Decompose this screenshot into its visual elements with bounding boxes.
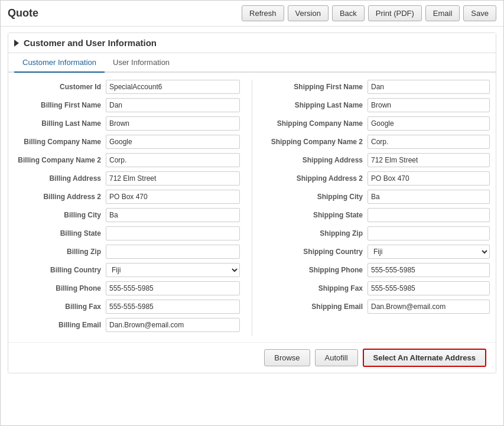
tabs-bar: Customer Information User Information [8, 53, 496, 73]
shipping-phone-label: Shipping Phone [264, 266, 368, 274]
shipping-state-input[interactable] [368, 208, 490, 222]
billing-company-name2-row: Billing Company Name 2 [14, 153, 240, 167]
shipping-company-name-input[interactable] [368, 116, 490, 131]
customer-id-label: Customer Id [14, 83, 106, 91]
section-header: Customer and User Information [8, 33, 496, 53]
column-divider [252, 80, 252, 336]
billing-address-input[interactable] [106, 171, 240, 186]
shipping-state-row: Shipping State [264, 208, 490, 222]
email-button[interactable]: Email [425, 5, 460, 21]
billing-state-input[interactable] [106, 226, 240, 240]
form-area: Customer Id Billing First Name Billing L… [8, 73, 496, 342]
shipping-email-row: Shipping Email [264, 300, 490, 314]
billing-last-name-row: Billing Last Name [14, 116, 240, 131]
billing-last-name-input[interactable] [106, 116, 240, 131]
tab-customer-information[interactable]: Customer Information [14, 53, 105, 73]
header-buttons: Refresh Version Back Print (PDF) Email S… [242, 5, 496, 21]
shipping-company-name2-label: Shipping Company Name 2 [264, 138, 368, 146]
back-button[interactable]: Back [332, 5, 365, 21]
shipping-country-label: Shipping Country [264, 248, 368, 256]
shipping-email-input[interactable] [368, 300, 490, 314]
refresh-button[interactable]: Refresh [242, 5, 284, 21]
shipping-last-name-row: Shipping Last Name [264, 98, 490, 112]
shipping-company-name2-row: Shipping Company Name 2 [264, 135, 490, 149]
billing-city-label: Billing City [14, 211, 106, 219]
shipping-first-name-row: Shipping First Name [264, 80, 490, 94]
billing-phone-input[interactable] [106, 281, 240, 295]
billing-country-select[interactable]: Fiji [106, 263, 240, 277]
billing-first-name-label: Billing First Name [14, 101, 106, 109]
shipping-email-label: Shipping Email [264, 303, 368, 311]
billing-company-name-row: Billing Company Name [14, 135, 240, 149]
customer-id-row: Customer Id [14, 80, 240, 94]
shipping-phone-input[interactable] [368, 263, 490, 277]
billing-email-row: Billing Email [14, 318, 240, 332]
billing-fax-label: Billing Fax [14, 303, 106, 311]
billing-email-input[interactable] [106, 318, 240, 332]
billing-first-name-input[interactable] [106, 98, 240, 112]
billing-address-label: Billing Address [14, 174, 106, 183]
tab-user-information[interactable]: User Information [105, 53, 178, 73]
shipping-last-name-input[interactable] [368, 98, 490, 112]
shipping-address-input[interactable] [368, 153, 490, 167]
shipping-address2-label: Shipping Address 2 [264, 174, 368, 183]
billing-address-row: Billing Address [14, 171, 240, 186]
shipping-fax-label: Shipping Fax [264, 284, 368, 292]
billing-company-name-input[interactable] [106, 135, 240, 149]
shipping-first-name-input[interactable] [368, 80, 490, 94]
shipping-state-label: Shipping State [264, 211, 368, 219]
shipping-zip-label: Shipping Zip [264, 229, 368, 238]
customer-id-input[interactable] [106, 80, 240, 94]
billing-email-label: Billing Email [14, 321, 106, 329]
print-pdf-button[interactable]: Print (PDF) [368, 5, 422, 21]
page-title: Quote [8, 7, 38, 19]
billing-state-label: Billing State [14, 229, 106, 238]
bottom-bar: Browse Autofill Select An Alternate Addr… [8, 342, 496, 373]
shipping-company-name2-input[interactable] [368, 135, 490, 149]
billing-first-name-row: Billing First Name [14, 98, 240, 112]
billing-company-name2-input[interactable] [106, 153, 240, 167]
shipping-first-name-label: Shipping First Name [264, 83, 368, 91]
billing-company-name-label: Billing Company Name [14, 138, 106, 146]
shipping-city-row: Shipping City [264, 190, 490, 204]
shipping-company-name-row: Shipping Company Name [264, 116, 490, 131]
billing-address2-row: Billing Address 2 [14, 190, 240, 204]
billing-state-row: Billing State [14, 226, 240, 240]
shipping-city-input[interactable] [368, 190, 490, 204]
billing-country-label: Billing Country [14, 266, 106, 274]
billing-country-row: Billing Country Fiji [14, 263, 240, 277]
shipping-address2-row: Shipping Address 2 [264, 171, 490, 186]
shipping-city-label: Shipping City [264, 193, 368, 201]
shipping-country-select[interactable]: Fiji [368, 245, 490, 259]
customer-user-section: Customer and User Information Customer I… [8, 32, 496, 373]
billing-last-name-label: Billing Last Name [14, 119, 106, 128]
version-button[interactable]: Version [288, 5, 329, 21]
shipping-address-label: Shipping Address [264, 156, 368, 164]
shipping-address-row: Shipping Address [264, 153, 490, 167]
billing-zip-input[interactable] [106, 245, 240, 259]
shipping-address2-input[interactable] [368, 171, 490, 186]
autofill-button[interactable]: Autofill [315, 349, 358, 366]
billing-column: Customer Id Billing First Name Billing L… [14, 80, 240, 336]
save-button[interactable]: Save [463, 5, 496, 21]
billing-address2-input[interactable] [106, 190, 240, 204]
billing-phone-row: Billing Phone [14, 281, 240, 295]
collapse-icon[interactable] [14, 40, 19, 47]
billing-company-name2-label: Billing Company Name 2 [14, 156, 106, 164]
billing-city-row: Billing City [14, 208, 240, 222]
billing-fax-row: Billing Fax [14, 300, 240, 314]
shipping-fax-input[interactable] [368, 281, 490, 295]
browse-button[interactable]: Browse [264, 349, 310, 366]
billing-zip-row: Billing Zip [14, 245, 240, 259]
billing-phone-label: Billing Phone [14, 284, 106, 292]
section-title: Customer and User Information [24, 38, 157, 48]
shipping-company-name-label: Shipping Company Name [264, 119, 368, 128]
shipping-zip-input[interactable] [368, 226, 490, 240]
billing-fax-input[interactable] [106, 300, 240, 314]
billing-city-input[interactable] [106, 208, 240, 222]
shipping-last-name-label: Shipping Last Name [264, 101, 368, 109]
select-alternate-address-button[interactable]: Select An Alternate Address [363, 349, 486, 367]
shipping-phone-row: Shipping Phone [264, 263, 490, 277]
shipping-column: Shipping First Name Shipping Last Name S… [264, 80, 490, 336]
shipping-zip-row: Shipping Zip [264, 226, 490, 240]
